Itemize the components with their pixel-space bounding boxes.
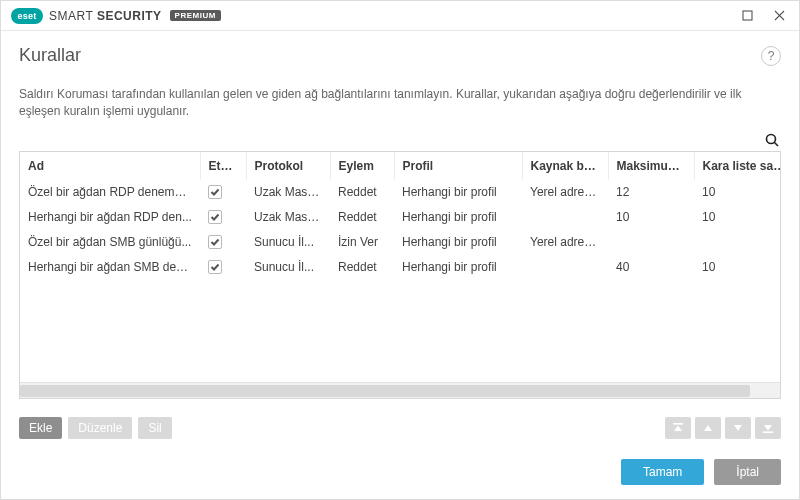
cell-profile: Herhangi bir profil [394, 255, 522, 280]
cell-action: Reddet [330, 205, 394, 230]
maximize-icon[interactable] [733, 4, 761, 28]
table-body: Özel bir ağdan RDP deneme ...Uzak Masa..… [20, 180, 781, 280]
rules-table-container: Ad Etkin Protokol Eylem Profil Kaynak bö… [19, 151, 781, 399]
edition-badge: PREMIUM [170, 10, 221, 21]
header: Kurallar ? [1, 31, 799, 66]
search-icon[interactable] [763, 131, 781, 149]
cell-blacklist: 10 [694, 180, 781, 205]
col-name[interactable]: Ad [20, 152, 200, 180]
brand-name: SMART SECURITY [49, 9, 162, 23]
cell-name: Herhangi bir ağdan RDP den... [20, 205, 200, 230]
cell-source: Yerel adresl... [522, 180, 608, 205]
cell-name: Özel bir ağdan RDP deneme ... [20, 180, 200, 205]
col-max[interactable]: Maksimum ... [608, 152, 694, 180]
col-enabled[interactable]: Etkin [200, 152, 246, 180]
delete-button[interactable]: Sil [138, 417, 171, 439]
rules-table: Ad Etkin Protokol Eylem Profil Kaynak bö… [20, 152, 781, 280]
reorder-buttons [665, 417, 781, 439]
cell-profile: Herhangi bir profil [394, 180, 522, 205]
move-up-icon[interactable] [695, 417, 721, 439]
horizontal-scrollbar[interactable] [20, 382, 780, 398]
action-row: Ekle Düzenle Sil [1, 417, 799, 445]
close-icon[interactable] [765, 4, 793, 28]
cell-protocol: Uzak Masa... [246, 180, 330, 205]
checkbox-icon[interactable] [208, 235, 222, 249]
cell-name: Herhangi bir ağdan SMB den... [20, 255, 200, 280]
table-row[interactable]: Özel bir ağdan RDP deneme ...Uzak Masa..… [20, 180, 781, 205]
cell-enabled [200, 230, 246, 255]
window-controls [733, 4, 793, 28]
checkbox-icon[interactable] [208, 210, 222, 224]
move-down-icon[interactable] [725, 417, 751, 439]
cell-name: Özel bir ağdan SMB günlüğü... [20, 230, 200, 255]
cell-protocol: Sunucu İl... [246, 255, 330, 280]
table-row[interactable]: Herhangi bir ağdan SMB den...Sunucu İl..… [20, 255, 781, 280]
brand-logo: eset [11, 8, 43, 24]
edit-button[interactable]: Düzenle [68, 417, 132, 439]
col-profile[interactable]: Profil [394, 152, 522, 180]
dialog-window: eset SMART SECURITY PREMIUM Kurallar ? S… [0, 0, 800, 500]
add-button[interactable]: Ekle [19, 417, 62, 439]
svg-line-4 [775, 142, 779, 146]
cell-enabled [200, 255, 246, 280]
svg-rect-5 [673, 423, 683, 425]
cell-max: 12 [608, 180, 694, 205]
cell-action: Reddet [330, 180, 394, 205]
cell-profile: Herhangi bir profil [394, 230, 522, 255]
svg-rect-10 [763, 431, 773, 433]
scrollbar-thumb[interactable] [20, 385, 750, 397]
cell-enabled [200, 180, 246, 205]
col-action[interactable]: Eylem [330, 152, 394, 180]
cell-blacklist [694, 230, 781, 255]
table-header: Ad Etkin Protokol Eylem Profil Kaynak bö… [20, 152, 781, 180]
cell-enabled [200, 205, 246, 230]
search-bar [19, 131, 781, 149]
col-source[interactable]: Kaynak böl... [522, 152, 608, 180]
title-bar: eset SMART SECURITY PREMIUM [1, 1, 799, 31]
cell-source [522, 205, 608, 230]
svg-rect-0 [743, 11, 752, 20]
cancel-button[interactable]: İptal [714, 459, 781, 485]
cell-blacklist: 10 [694, 205, 781, 230]
svg-marker-8 [734, 425, 742, 431]
cell-blacklist: 10 [694, 255, 781, 280]
dialog-footer: Tamam İptal [1, 445, 799, 499]
cell-max [608, 230, 694, 255]
cell-max: 10 [608, 205, 694, 230]
description-text: Saldırı Koruması tarafından kullanılan g… [19, 86, 781, 121]
help-icon[interactable]: ? [761, 46, 781, 66]
cell-max: 40 [608, 255, 694, 280]
cell-action: İzin Ver [330, 230, 394, 255]
table-row[interactable]: Özel bir ağdan SMB günlüğü...Sunucu İl..… [20, 230, 781, 255]
col-protocol[interactable]: Protokol [246, 152, 330, 180]
checkbox-icon[interactable] [208, 185, 222, 199]
page-title: Kurallar [19, 45, 81, 66]
content: Saldırı Koruması tarafından kullanılan g… [1, 66, 799, 417]
brand-name-light: SMART [49, 9, 97, 23]
svg-point-3 [767, 134, 776, 143]
move-bottom-icon[interactable] [755, 417, 781, 439]
cell-source: Yerel adresl... [522, 230, 608, 255]
ok-button[interactable]: Tamam [621, 459, 704, 485]
cell-source [522, 255, 608, 280]
svg-marker-6 [674, 426, 682, 432]
table-empty-area [20, 280, 780, 382]
cell-protocol: Uzak Masa... [246, 205, 330, 230]
cell-action: Reddet [330, 255, 394, 280]
brand-name-bold: SECURITY [97, 9, 162, 23]
table-row[interactable]: Herhangi bir ağdan RDP den...Uzak Masa..… [20, 205, 781, 230]
col-blacklist[interactable]: Kara liste saklama [694, 152, 781, 180]
move-top-icon[interactable] [665, 417, 691, 439]
svg-marker-9 [764, 425, 772, 431]
cell-protocol: Sunucu İl... [246, 230, 330, 255]
cell-profile: Herhangi bir profil [394, 205, 522, 230]
svg-marker-7 [704, 425, 712, 431]
checkbox-icon[interactable] [208, 260, 222, 274]
